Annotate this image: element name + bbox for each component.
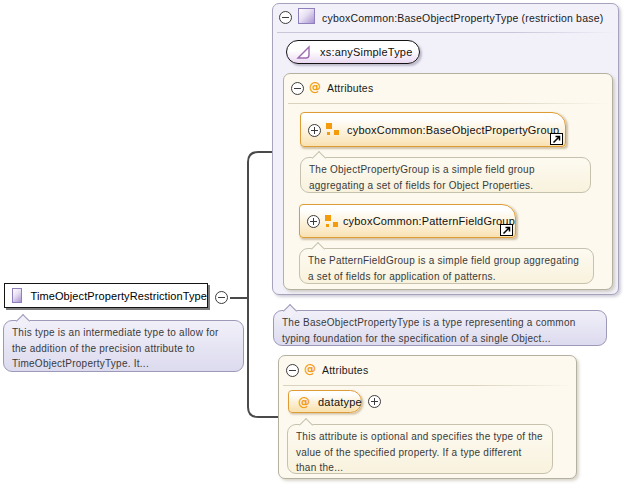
attributes-section-label: Attributes: [322, 364, 368, 376]
expand-toggle[interactable]: [307, 215, 320, 228]
separator: [283, 385, 574, 386]
attribute-label: datatype: [318, 396, 362, 408]
attribute-at-icon: @: [298, 396, 310, 408]
collapse-toggle[interactable]: [279, 11, 292, 24]
attribute-group-description: The ObjectPropertyGroup is a simple fiel…: [300, 157, 591, 193]
expand-toggle[interactable]: [368, 395, 381, 408]
collapse-toggle[interactable]: [215, 291, 228, 304]
collapse-toggle[interactable]: [286, 364, 299, 377]
base-type-title: cyboxCommon:BaseObjectPropertyType (rest…: [322, 12, 603, 24]
attribute-at-icon: @: [304, 363, 316, 375]
base-simple-type-pill[interactable]: xs:anySimpleType: [286, 40, 420, 64]
complex-type-icon: [12, 288, 22, 303]
attribute-datatype-pill[interactable]: @ datatype: [288, 390, 362, 413]
base-type-header: cyboxCommon:BaseObjectPropertyType (rest…: [273, 4, 618, 31]
link-arrow-icon[interactable]: [550, 133, 563, 145]
complex-type-icon: [298, 8, 315, 24]
base-type-description: The BaseObjectPropertyType is a type rep…: [273, 310, 607, 346]
attribute-group-icon: [325, 215, 335, 228]
separator: [288, 103, 610, 104]
expand-toggle[interactable]: [308, 124, 321, 137]
attribute-group-pattern-field[interactable]: cyboxCommon:PatternFieldGroup: [299, 204, 516, 238]
attribute-description: This attribute is optional and specifies…: [287, 424, 553, 474]
link-arrow-icon[interactable]: [500, 224, 513, 236]
restriction-type-box[interactable]: TimeObjectPropertyRestrictionType: [4, 283, 208, 308]
collapse-toggle[interactable]: [291, 82, 304, 95]
schema-diagram: cyboxCommon:BaseObjectPropertyType (rest…: [0, 0, 624, 484]
attributes-section-label: Attributes: [327, 82, 373, 94]
attribute-group-description: The PatternFieldGroup is a simple field …: [299, 248, 594, 284]
attribute-group-base-object-property[interactable]: cyboxCommon:BaseObjectPropertyGroup: [300, 112, 566, 147]
attribute-group-label: cyboxCommon:BaseObjectPropertyGroup: [347, 124, 559, 136]
attribute-group-icon: [326, 123, 339, 136]
attribute-group-label: cyboxCommon:PatternFieldGroup: [343, 215, 515, 227]
restriction-type-label: TimeObjectPropertyRestrictionType: [30, 290, 207, 302]
simple-type-label: xs:anySimpleType: [320, 46, 412, 58]
attribute-at-icon: @: [309, 81, 321, 93]
restriction-type-description: This type is an intermediate type to all…: [3, 320, 244, 372]
separator: [277, 32, 616, 33]
simple-type-icon: [296, 45, 312, 60]
